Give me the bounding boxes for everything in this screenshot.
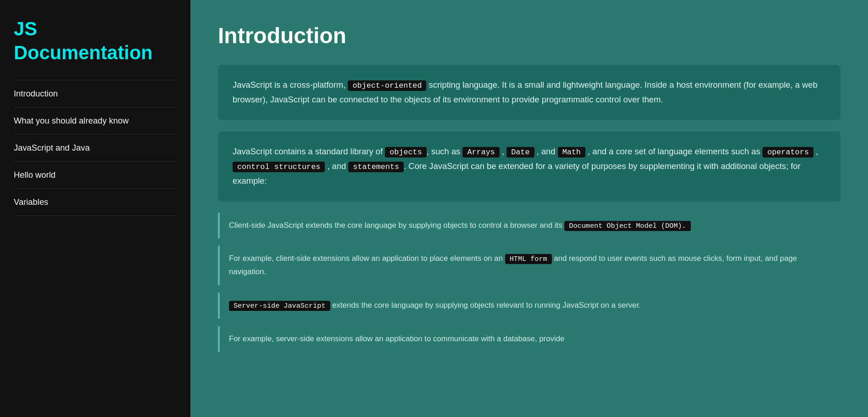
p2-text-before: JavaScript contains a standard library o… xyxy=(233,147,385,156)
intro-paragraph-1: JavaScript is a cross-platform, object-o… xyxy=(218,65,840,120)
tag-arrays: Arrays xyxy=(462,147,499,158)
tag-object-oriented: object-oriented xyxy=(348,80,426,91)
tag-html-form: HTML form xyxy=(505,254,552,264)
tag-statements: statements xyxy=(348,162,404,172)
tag-server-side: Server-side JavaScript xyxy=(229,301,330,311)
blockquote-2: For example, client-side extensions allo… xyxy=(218,246,840,285)
tag-dom: Document Object Model (DOM). xyxy=(564,221,690,231)
blockquote-4: For example, server-side extensions allo… xyxy=(218,326,840,352)
tag-date: Date xyxy=(506,147,534,158)
brand-docs-label: Documentation xyxy=(14,42,177,63)
bq2-text-before: For example, client-side extensions allo… xyxy=(229,254,505,263)
bq4-text: For example, server-side extensions allo… xyxy=(229,334,564,343)
blockquotes-section: Client-side JavaScript extends the core … xyxy=(218,213,840,352)
sidebar-item-variables[interactable]: Variables xyxy=(14,188,177,216)
blockquote-1: Client-side JavaScript extends the core … xyxy=(218,213,840,239)
sidebar: JS Documentation Introduction What you s… xyxy=(0,0,190,417)
sidebar-item-js-and-java[interactable]: JavaScript and Java xyxy=(14,134,177,161)
p2-text-mid1: , such as xyxy=(427,147,463,156)
intro-paragraph-2: JavaScript contains a standard library o… xyxy=(218,131,840,202)
tag-objects: objects xyxy=(385,147,427,158)
tag-operators: operators xyxy=(762,147,813,158)
page-title: Introduction xyxy=(218,23,840,48)
p2-text-mid6: , and xyxy=(325,161,348,171)
sidebar-item-what-you-should-know[interactable]: What you should already know xyxy=(14,107,177,134)
p2-text-mid4: , and a core set of language elements su… xyxy=(585,147,762,156)
tag-math: Math xyxy=(558,147,585,158)
sidebar-item-introduction[interactable]: Introduction xyxy=(14,80,177,107)
main-content: Introduction JavaScript is a cross-platf… xyxy=(190,0,868,417)
paragraph1-text-before: JavaScript is a cross-platform, xyxy=(233,80,348,90)
sidebar-item-hello-world[interactable]: Hello world xyxy=(14,161,177,188)
sidebar-nav: Introduction What you should already kno… xyxy=(14,80,177,216)
blockquote-3: Server-side JavaScript extends the core … xyxy=(218,293,840,319)
brand-js-label: JS xyxy=(14,18,177,39)
p2-text-mid2: , xyxy=(500,147,506,156)
p2-text-mid5: , xyxy=(813,147,818,156)
p2-text-mid3: , and xyxy=(534,147,558,156)
bq3-text-after: extends the core language by supplying o… xyxy=(330,301,641,310)
tag-control-structures: control structures xyxy=(233,162,325,172)
bq1-text-before: Client-side JavaScript extends the core … xyxy=(229,221,564,230)
